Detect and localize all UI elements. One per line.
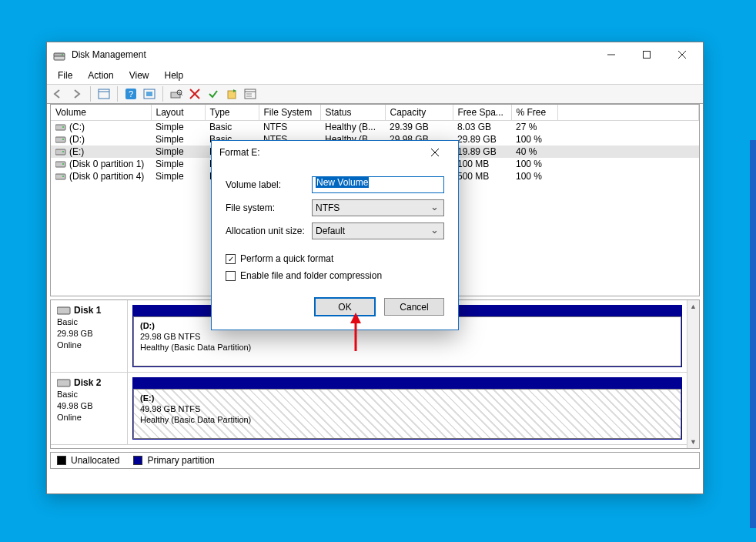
check-button[interactable] xyxy=(205,85,222,102)
file-system-combo[interactable]: NTFS xyxy=(312,199,444,216)
svg-rect-25 xyxy=(55,137,65,142)
col-header[interactable]: Capacity xyxy=(385,105,453,120)
legend-primary: Primary partition xyxy=(133,455,214,466)
show-hide-button[interactable] xyxy=(95,85,112,102)
svg-rect-7 xyxy=(99,89,109,99)
allocation-size-combo[interactable]: Default xyxy=(312,222,444,239)
col-header[interactable]: Status xyxy=(320,105,385,120)
window-title: Disk Management xyxy=(72,49,146,60)
desktop-accent xyxy=(750,140,756,528)
properties-button[interactable] xyxy=(242,85,259,102)
cancel-button[interactable]: Cancel xyxy=(384,298,444,316)
back-button[interactable] xyxy=(50,85,67,102)
menu-action[interactable]: Action xyxy=(80,69,121,82)
quick-format-checkbox[interactable]: ✓ Perform a quick format xyxy=(226,250,444,267)
allocation-size-label: Allocation unit size: xyxy=(226,226,312,236)
svg-rect-12 xyxy=(146,92,152,96)
titlebar[interactable]: Disk Management xyxy=(47,42,703,67)
legend: Unallocated Primary partition xyxy=(50,452,700,469)
forward-button[interactable] xyxy=(69,85,85,102)
svg-point-32 xyxy=(62,176,64,177)
svg-rect-29 xyxy=(55,162,65,167)
menu-view[interactable]: View xyxy=(122,69,157,82)
ok-button[interactable]: OK xyxy=(315,298,375,316)
svg-rect-34 xyxy=(57,380,70,386)
delete-button[interactable] xyxy=(186,85,203,102)
compression-checkbox[interactable]: Enable file and folder compression xyxy=(226,267,444,284)
rescan-button[interactable] xyxy=(168,85,185,102)
svg-rect-23 xyxy=(55,125,65,130)
svg-rect-18 xyxy=(228,91,236,99)
dialog-title: Format E: xyxy=(219,147,260,158)
help-button[interactable]: ? xyxy=(122,85,139,102)
refresh-button[interactable] xyxy=(141,85,158,102)
svg-rect-33 xyxy=(57,307,70,314)
file-system-label: File system: xyxy=(226,202,312,213)
menu-file[interactable]: File xyxy=(50,69,80,82)
svg-point-24 xyxy=(62,126,64,128)
disk-row[interactable]: Disk 2Basic49.98 GBOnline(E:)49.98 GB NT… xyxy=(51,373,699,445)
minimize-button[interactable] xyxy=(594,42,629,67)
svg-point-26 xyxy=(62,139,64,140)
col-header[interactable]: File System xyxy=(259,105,320,120)
svg-rect-27 xyxy=(55,149,65,155)
svg-point-30 xyxy=(62,163,64,165)
partition[interactable]: (E:)49.98 GB NTFSHealthy (Basic Data Par… xyxy=(132,377,682,440)
col-header[interactable]: % Free xyxy=(511,105,557,120)
checkbox-empty-icon xyxy=(226,271,236,281)
close-button[interactable] xyxy=(664,42,700,67)
scroll-down-icon[interactable]: ▼ xyxy=(687,436,699,448)
col-header[interactable]: Type xyxy=(205,105,259,120)
menu-help[interactable]: Help xyxy=(157,69,192,82)
format-dialog: Format E: Volume label: New Volume File … xyxy=(211,140,459,330)
legend-unallocated: Unallocated xyxy=(57,455,119,466)
col-header[interactable]: Layout xyxy=(151,105,205,120)
scrollbar[interactable]: ▲ ▼ xyxy=(687,300,699,448)
menubar: File Action View Help xyxy=(47,67,703,84)
svg-point-28 xyxy=(62,151,64,152)
new-volume-button[interactable] xyxy=(223,85,240,102)
svg-text:?: ? xyxy=(129,89,133,99)
svg-line-15 xyxy=(181,94,182,95)
svg-rect-1 xyxy=(54,56,65,60)
svg-rect-4 xyxy=(644,52,651,59)
volume-label-label: Volume label: xyxy=(226,179,312,190)
checkmark-icon: ✓ xyxy=(226,254,236,264)
disk-info: Disk 1Basic29.98 GBOnline xyxy=(51,300,128,372)
svg-rect-31 xyxy=(55,174,65,179)
table-row[interactable]: (C:)SimpleBasicNTFSHealthy (B...29.39 GB… xyxy=(51,120,699,133)
maximize-button[interactable] xyxy=(629,42,664,67)
table-header[interactable]: VolumeLayoutTypeFile SystemStatusCapacit… xyxy=(51,105,699,120)
disk-info: Disk 2Basic49.98 GBOnline xyxy=(51,373,128,444)
col-header[interactable]: Volume xyxy=(51,105,151,120)
dialog-titlebar[interactable]: Format E: xyxy=(212,141,458,164)
app-icon xyxy=(53,49,65,61)
volume-label-input[interactable]: New Volume xyxy=(312,176,444,193)
svg-line-6 xyxy=(678,51,686,59)
svg-point-2 xyxy=(62,54,63,55)
col-header[interactable]: Free Spa... xyxy=(453,105,511,120)
dialog-close-button[interactable] xyxy=(420,141,450,164)
toolbar: ? xyxy=(47,84,703,104)
scroll-up-icon[interactable]: ▲ xyxy=(687,300,699,313)
svg-rect-13 xyxy=(171,92,180,98)
svg-line-5 xyxy=(678,51,686,59)
